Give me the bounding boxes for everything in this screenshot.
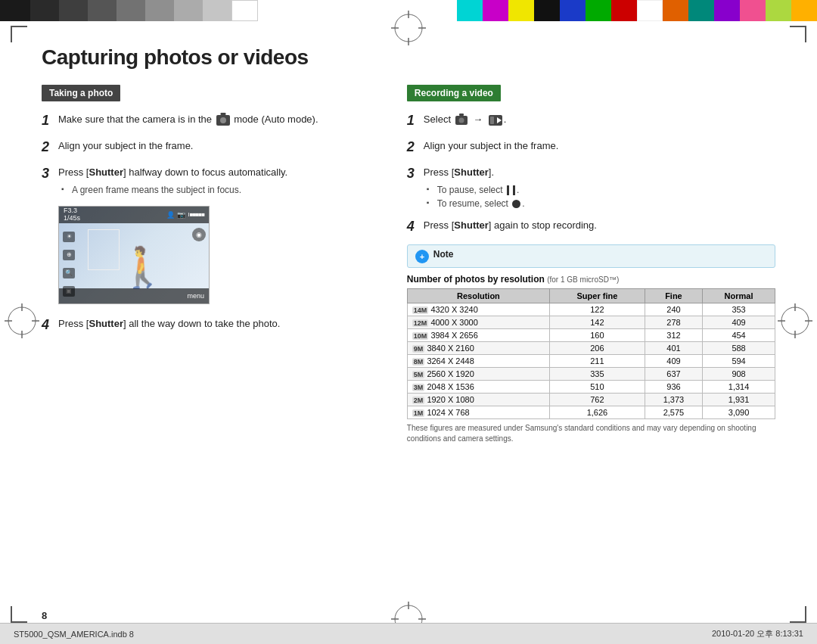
cell-normal: 908 [703, 367, 775, 380]
cell-super-fine: 211 [550, 354, 645, 367]
rstep-2-content: Align your subject in the frame. [424, 138, 775, 154]
vf-icon-2: ⊕ [63, 250, 75, 260]
col-fine: Fine [645, 288, 702, 303]
resolution-subtitle: (for 1 GB microSD™) [547, 275, 619, 284]
cell-super-fine: 335 [550, 367, 645, 380]
vf-fstop: F3.3 1/45s [64, 207, 80, 222]
vf-focus-box [88, 229, 120, 270]
recording-video-header: Recording a video [407, 85, 501, 101]
cell-resolution: 2M1920 X 1080 [407, 393, 549, 406]
vf-battery-bar: I ■■■■■ [188, 211, 204, 218]
table-row: 5M2560 X 1920335637908 [407, 367, 775, 380]
cell-fine: 240 [645, 303, 702, 316]
table-row: 2M1920 X 10807621,3731,931 [407, 393, 775, 406]
rstep-camera-icon [455, 116, 468, 125]
step-4-content: Press [Shutter] all the way down to take… [58, 316, 377, 331]
step-3: 3 Press [Shutter] halfway down to focus … [42, 165, 377, 197]
strip-yellow [508, 0, 534, 21]
strip-1 [0, 0, 30, 21]
table-footnote: These figures are measured under Samsung… [407, 423, 775, 444]
cell-fine: 1,373 [645, 393, 702, 406]
table-row: 1M1024 X 7681,6262,5753,090 [407, 406, 775, 418]
pause-symbol [507, 185, 515, 195]
rstep-video-icon [489, 115, 502, 126]
arrow-symbol: → [473, 114, 483, 125]
svg-point-10 [8, 307, 36, 334]
table-row: 8M3264 X 2448211409594 [407, 354, 775, 367]
vf-shutter-value: 1/45s [64, 215, 80, 222]
rstep-4-content: Press [Shutter] again to stop recording. [424, 218, 775, 233]
recording-video-steps: 1 Select → . [407, 112, 775, 237]
cell-super-fine: 1,626 [550, 406, 645, 418]
cell-fine: 637 [645, 367, 702, 380]
step-num-2: 2 [42, 137, 58, 157]
strip-pink [740, 0, 766, 21]
strip-teal [688, 0, 714, 21]
cell-resolution: 9M3840 X 2160 [407, 341, 549, 354]
vf-icon-1: ☀ [63, 232, 75, 242]
resolution-table: Resolution Super fine Fine Normal 14M432… [407, 288, 775, 419]
corner-mark-bl [11, 606, 27, 623]
cell-normal: 3,090 [703, 406, 775, 418]
cell-resolution: 14M4320 X 3240 [407, 303, 549, 316]
camera-viewfinder: F3.3 1/45s 👤 📷 I ■■■■■ ☀ ⊕ 🔍 [58, 206, 210, 304]
footer-right: 2010-01-20 오후 8:13:31 [712, 628, 803, 639]
rstep-2: 2 Align your subject in the frame. [407, 138, 775, 157]
rstep-3-sub: To pause, select . To resume, select . [427, 183, 775, 210]
cell-normal: 594 [703, 354, 775, 367]
rstep-num-2: 2 [407, 137, 424, 157]
step-1-content: Make sure that the camera is in the mode… [58, 112, 377, 127]
cell-fine: 409 [645, 354, 702, 367]
note-label: Note [433, 249, 454, 260]
step-3-sub-1: A green frame means the subject in focus… [61, 183, 377, 197]
table-header-row: Resolution Super fine Fine Normal [407, 288, 775, 303]
camera-mode-icon [216, 115, 230, 126]
cell-fine: 278 [645, 316, 702, 328]
strip-white [231, 0, 258, 21]
cell-resolution: 10M3984 X 2656 [407, 328, 549, 341]
cell-fine: 936 [645, 380, 702, 393]
strip-blue [560, 0, 586, 21]
strip-6 [145, 0, 174, 21]
page-number: 8 [42, 610, 47, 621]
table-row: 9M3840 X 2160206401588 [407, 341, 775, 354]
strip-lime [766, 0, 791, 21]
cell-normal: 454 [703, 328, 775, 341]
main-content: Capturing photos or videos Taking a phot… [42, 45, 775, 602]
rstep-num-1: 1 [407, 110, 424, 131]
rstep-3-content: Press [Shutter]. To pause, select . To [424, 165, 775, 210]
resolution-title: Number of photos by resolution [407, 274, 545, 285]
cell-fine: 2,575 [645, 406, 702, 418]
two-column-layout: Taking a photo 1 Make sure that the came… [42, 85, 775, 444]
crosshair-top [391, 11, 426, 48]
cell-normal: 1,314 [703, 380, 775, 393]
corner-mark-tr [790, 26, 806, 42]
note-icon: + [415, 250, 429, 263]
cell-super-fine: 160 [550, 328, 645, 341]
cell-resolution: 12M4000 X 3000 [407, 316, 549, 328]
table-row: 10M3984 X 2656160312454 [407, 328, 775, 341]
rstep-num-4: 4 [407, 216, 424, 237]
cell-fine: 401 [645, 341, 702, 354]
vf-person-mode-icon: 👤 [166, 211, 175, 219]
strip-4 [88, 0, 116, 21]
strip-7 [174, 0, 203, 21]
step-2-content: Align your subject in the frame. [58, 138, 377, 154]
strip-black2 [534, 0, 560, 21]
note-box: + Note [407, 244, 775, 268]
table-row: 3M2048 X 15365109361,314 [407, 380, 775, 393]
footer-left: ST5000_QSM_AMERICA.indb 8 [14, 630, 134, 639]
step-3-content: Press [Shutter] halfway down to focus au… [58, 165, 377, 197]
rstep-4: 4 Press [Shutter] again to stop recordin… [407, 218, 775, 237]
strip-white2 [637, 0, 663, 21]
strip-magenta [483, 0, 508, 21]
col-super-fine: Super fine [550, 288, 645, 303]
vf-shutter-button: ◉ [192, 228, 206, 241]
step-num-4: 4 [42, 315, 58, 335]
crosshair-left [5, 303, 39, 341]
table-row: 12M4000 X 3000142278409 [407, 316, 775, 328]
right-column: Recording a video 1 Select → [407, 85, 775, 444]
rstep-3-sub-resume: To resume, select . [427, 197, 775, 210]
taking-photo-header: Taking a photo [42, 85, 120, 101]
cell-fine: 312 [645, 328, 702, 341]
